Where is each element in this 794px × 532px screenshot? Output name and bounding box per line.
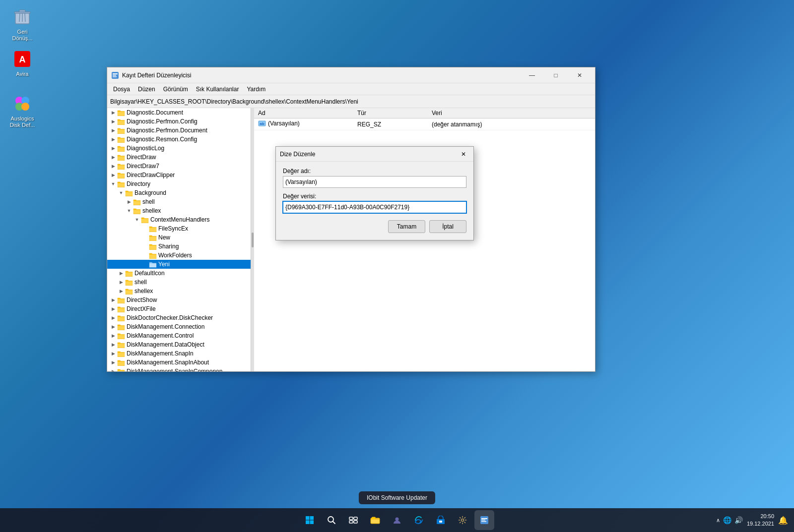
field-data-label: Değer verisi:: [283, 193, 466, 200]
dialog-body: Değer adı: Değer verisi: Tamam İptal: [276, 162, 473, 240]
dialog-ok-button[interactable]: Tamam: [388, 220, 425, 233]
dialog-close-button[interactable]: ✕: [458, 148, 469, 160]
dize-duzenle-dialog: Dize Düzenle ✕ Değer adı: Değer verisi: …: [275, 146, 474, 240]
dialog-buttons: Tamam İptal: [283, 218, 466, 234]
field-name-label: Değer adı:: [283, 168, 466, 175]
dialog-cancel-button[interactable]: İptal: [429, 220, 466, 233]
dialog-overlay: Dize Düzenle ✕ Değer adı: Değer verisi: …: [0, 0, 794, 532]
field-name-input[interactable]: [283, 176, 466, 188]
dialog-title: Dize Düzenle: [280, 151, 315, 158]
field-data-input[interactable]: [283, 201, 466, 213]
dialog-titlebar: Dize Düzenle ✕: [276, 147, 473, 162]
